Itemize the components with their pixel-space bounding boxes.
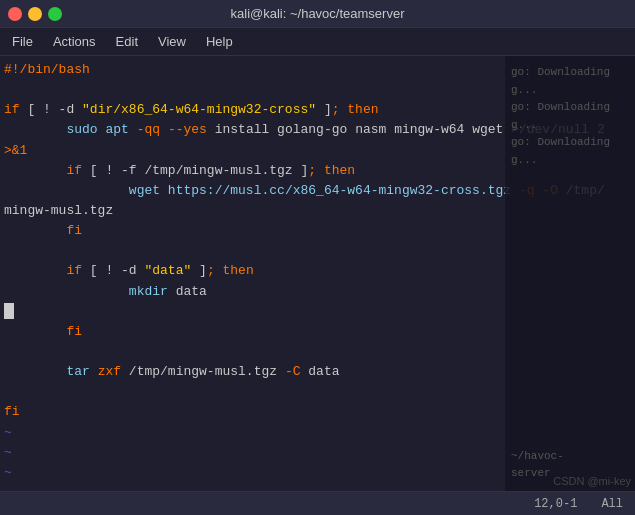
line-tilde-3: ~: [0, 463, 635, 483]
line-cursor: [0, 302, 635, 322]
line-blank-1: [0, 80, 635, 100]
editor-area: #!/bin/bash if [ ! -d "dir/x86_64-w64-mi…: [0, 56, 635, 491]
line-1: #!/bin/bash: [0, 60, 635, 80]
main-window: kali@kali: ~/havoc/teamserver File Actio…: [0, 0, 635, 515]
line-tilde-1: ~: [0, 423, 635, 443]
title-bar: kali@kali: ~/havoc/teamserver: [0, 0, 635, 28]
line-7: fi: [0, 221, 635, 241]
window-title: kali@kali: ~/havoc/teamserver: [231, 6, 405, 21]
line-5: if [ ! -f /tmp/mingw-musl.tgz ]; then: [0, 161, 635, 181]
line-4: sudo apt -qq --yes install golang-go nas…: [0, 120, 635, 140]
line-blank-3: [0, 342, 635, 362]
line-10: fi: [0, 322, 635, 342]
cursor-position: 12,0-1: [534, 497, 577, 511]
window-controls: [8, 7, 62, 21]
status-bar: 12,0-1 All: [0, 491, 635, 515]
minimize-button[interactable]: [28, 7, 42, 21]
menu-edit[interactable]: Edit: [108, 32, 146, 51]
line-4b: >&1: [0, 141, 635, 161]
maximize-button[interactable]: [48, 7, 62, 21]
line-6: wget https://musl.cc/x86_64-w64-mingw32-…: [0, 181, 635, 201]
line-fi: fi: [0, 402, 635, 422]
menu-actions[interactable]: Actions: [45, 32, 104, 51]
line-tilde-4: ~: [0, 483, 635, 491]
menu-bar: File Actions Edit View Help: [0, 28, 635, 56]
line-6b: mingw-musl.tgz: [0, 201, 635, 221]
status-right: 12,0-1 All: [534, 497, 623, 511]
line-11: tar zxf /tmp/mingw-musl.tgz -C data: [0, 362, 635, 382]
line-tilde-2: ~: [0, 443, 635, 463]
scroll-position: All: [601, 497, 623, 511]
line-3: if [ ! -d "dir/x86_64-w64-mingw32-cross"…: [0, 100, 635, 120]
line-9: mkdir data: [0, 282, 635, 302]
line-8: if [ ! -d "data" ]; then: [0, 261, 635, 281]
menu-help[interactable]: Help: [198, 32, 241, 51]
close-button[interactable]: [8, 7, 22, 21]
menu-view[interactable]: View: [150, 32, 194, 51]
line-blank-4: [0, 382, 635, 402]
menu-file[interactable]: File: [4, 32, 41, 51]
watermark: CSDN @mi-key: [553, 475, 631, 487]
line-blank-2: [0, 241, 635, 261]
main-editor[interactable]: #!/bin/bash if [ ! -d "dir/x86_64-w64-mi…: [0, 56, 635, 491]
